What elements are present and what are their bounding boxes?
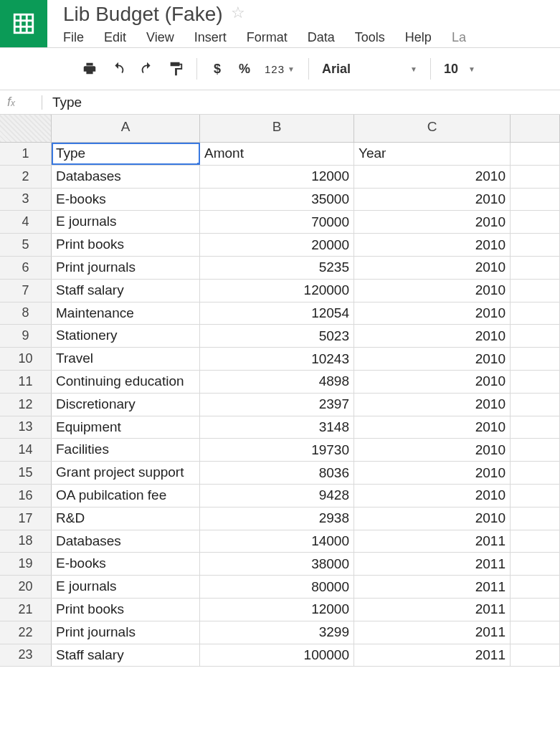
cell[interactable]: 12000 <box>200 599 354 621</box>
column-header-a[interactable]: A <box>52 115 200 142</box>
row-header[interactable]: 2 <box>0 166 52 188</box>
cell[interactable]: R&D <box>52 507 200 530</box>
cell[interactable]: Grant project support <box>52 462 200 484</box>
currency-button[interactable]: $ <box>210 59 224 79</box>
cell[interactable] <box>511 507 560 530</box>
cell[interactable] <box>511 234 560 256</box>
cell[interactable] <box>511 394 560 416</box>
cell[interactable]: 12000 <box>200 166 354 188</box>
font-picker[interactable]: Arial ▼ <box>309 58 431 80</box>
cell[interactable]: 100000 <box>200 644 354 667</box>
cell[interactable]: Travel <box>52 348 200 370</box>
cell[interactable]: E journals <box>52 576 200 598</box>
row-header[interactable]: 15 <box>0 462 52 484</box>
cell[interactable] <box>511 416 560 439</box>
cell[interactable]: 2011 <box>354 553 511 575</box>
row-header[interactable]: 13 <box>0 416 52 439</box>
cell[interactable] <box>511 302 560 325</box>
number-format-button[interactable]: 123 ▼ <box>265 59 295 79</box>
menu-edit[interactable]: Edit <box>104 30 126 45</box>
menu-last[interactable]: La <box>452 30 466 45</box>
cell[interactable]: 3299 <box>200 621 354 644</box>
cell[interactable] <box>511 644 560 667</box>
cell[interactable] <box>511 280 560 302</box>
cell[interactable]: 14000 <box>200 530 354 553</box>
cell[interactable] <box>511 189 560 211</box>
cell[interactable]: Print books <box>52 599 200 621</box>
cell[interactable]: 2011 <box>354 530 511 553</box>
cell[interactable] <box>511 371 560 393</box>
cell[interactable]: 35000 <box>200 189 354 211</box>
cell[interactable]: 20000 <box>200 234 354 256</box>
cell[interactable]: Staff salary <box>52 644 200 667</box>
menu-format[interactable]: Format <box>247 30 288 45</box>
cell[interactable]: Continuing education <box>52 371 200 393</box>
column-header-extra[interactable] <box>511 115 560 142</box>
cell[interactable]: Staff salary <box>52 280 200 302</box>
select-all-corner[interactable] <box>0 115 52 142</box>
cell[interactable]: 38000 <box>200 553 354 575</box>
cell[interactable]: 2010 <box>354 462 511 484</box>
cell[interactable]: 2011 <box>354 599 511 621</box>
row-header[interactable]: 7 <box>0 280 52 302</box>
menu-tools[interactable]: Tools <box>355 30 385 45</box>
row-header[interactable]: 22 <box>0 621 52 644</box>
cell[interactable] <box>511 257 560 279</box>
document-title[interactable]: Lib Budget (Fake) <box>63 3 223 26</box>
cell[interactable] <box>511 348 560 370</box>
row-header[interactable]: 11 <box>0 371 52 393</box>
column-header-b[interactable]: B <box>200 115 354 142</box>
cell[interactable]: 2010 <box>354 257 511 279</box>
cell[interactable]: 2010 <box>354 394 511 416</box>
cell[interactable]: 2397 <box>200 394 354 416</box>
cell[interactable]: Equipment <box>52 416 200 439</box>
menu-data[interactable]: Data <box>308 30 335 45</box>
cell[interactable]: 2010 <box>354 485 511 507</box>
redo-button[interactable] <box>139 59 155 79</box>
cell[interactable]: Print books <box>52 234 200 256</box>
cell[interactable] <box>511 530 560 553</box>
cell[interactable]: E-books <box>52 189 200 211</box>
cell[interactable] <box>511 211 560 233</box>
cell[interactable]: 70000 <box>200 211 354 233</box>
cell[interactable]: 2011 <box>354 644 511 667</box>
row-header[interactable]: 21 <box>0 599 52 621</box>
cell[interactable]: Type <box>52 143 200 165</box>
cell[interactable]: 12054 <box>200 302 354 325</box>
cell[interactable]: Databases <box>52 166 200 188</box>
cell[interactable]: Discretionary <box>52 394 200 416</box>
cell[interactable]: 4898 <box>200 371 354 393</box>
cell[interactable]: E journals <box>52 211 200 233</box>
cell[interactable]: Print journals <box>52 257 200 279</box>
cell[interactable] <box>511 325 560 347</box>
cell[interactable]: Maintenance <box>52 302 200 325</box>
menu-view[interactable]: View <box>146 30 174 45</box>
menu-file[interactable]: File <box>63 30 84 45</box>
row-header[interactable]: 18 <box>0 530 52 553</box>
menu-help[interactable]: Help <box>405 30 432 45</box>
cell[interactable] <box>511 462 560 484</box>
cell[interactable]: E-books <box>52 553 200 575</box>
row-header[interactable]: 17 <box>0 507 52 530</box>
cell[interactable]: 2010 <box>354 348 511 370</box>
cell[interactable]: 2011 <box>354 621 511 644</box>
star-icon[interactable]: ☆ <box>231 4 245 22</box>
cell[interactable]: 2010 <box>354 439 511 461</box>
cell[interactable]: 3148 <box>200 416 354 439</box>
cell[interactable]: Print journals <box>52 621 200 644</box>
cell[interactable]: 2010 <box>354 416 511 439</box>
cell[interactable]: Databases <box>52 530 200 553</box>
row-header[interactable]: 20 <box>0 576 52 598</box>
cell[interactable]: 5235 <box>200 257 354 279</box>
cell[interactable] <box>511 576 560 598</box>
row-header[interactable]: 3 <box>0 189 52 211</box>
row-header[interactable]: 6 <box>0 257 52 279</box>
cell[interactable]: Year <box>354 143 511 165</box>
cell[interactable]: 2010 <box>354 234 511 256</box>
cell[interactable]: 2010 <box>354 189 511 211</box>
cell[interactable] <box>511 621 560 644</box>
row-header[interactable]: 19 <box>0 553 52 575</box>
cell[interactable]: OA pubilcation fee <box>52 485 200 507</box>
percent-button[interactable]: % <box>237 59 252 79</box>
cell[interactable]: 9428 <box>200 485 354 507</box>
